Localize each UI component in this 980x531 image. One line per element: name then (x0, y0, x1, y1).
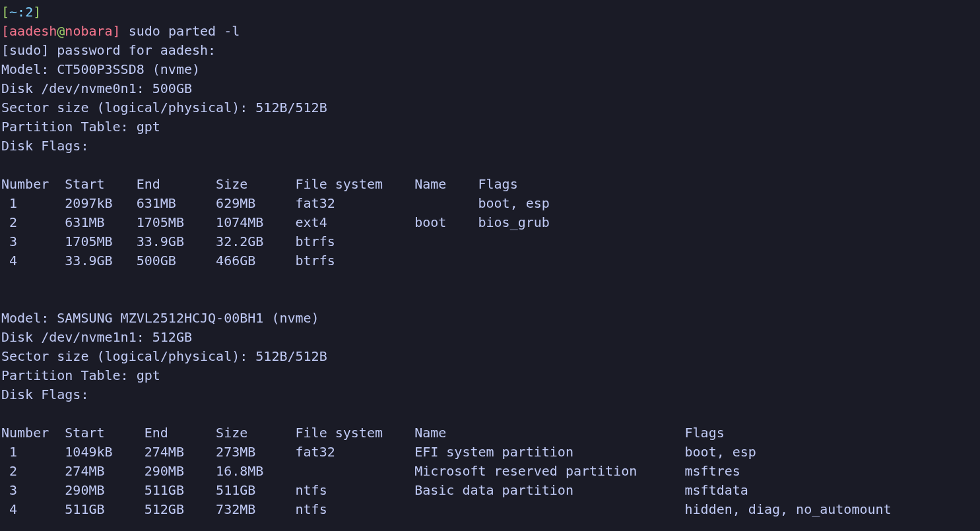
prompt-cwd: ~:2 (9, 4, 33, 20)
prompt-bracket-close: ] (33, 4, 41, 20)
prompt-open2: [ (1, 23, 9, 39)
terminal-output: [~:2] [aadesh@nobara] sudo parted -l [su… (0, 0, 980, 522)
parted-output: Model: CT500P3SSD8 (nvme) Disk /dev/nvme… (1, 61, 892, 517)
prompt-bracket-open: [ (1, 4, 9, 20)
command-text: sudo parted -l (129, 23, 240, 39)
prompt-close2: ] (113, 23, 121, 39)
prompt-host: nobara (65, 23, 112, 39)
prompt-at: @ (57, 23, 65, 39)
sudo-password-prompt: [sudo] password for aadesh: (1, 42, 216, 58)
prompt-user: aadesh (9, 23, 57, 39)
